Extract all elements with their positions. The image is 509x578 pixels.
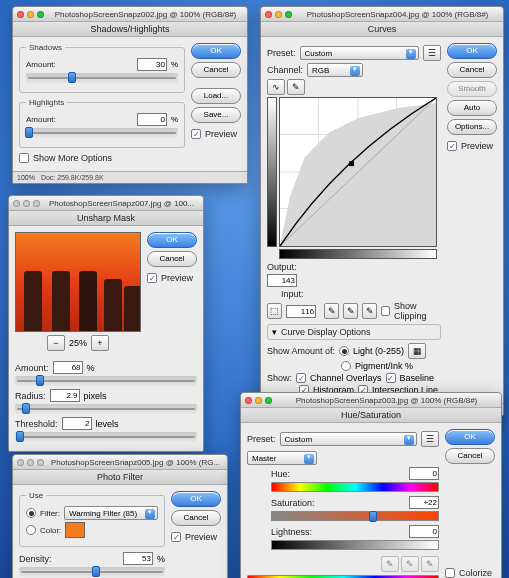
ok-button[interactable]: OK <box>171 491 221 507</box>
threshold-input[interactable] <box>62 417 92 430</box>
output-input[interactable] <box>267 274 297 287</box>
density-input[interactable] <box>123 552 153 565</box>
input-input[interactable] <box>286 305 316 318</box>
show-clipping-checkbox[interactable] <box>381 306 390 316</box>
cancel-button[interactable]: Cancel <box>191 62 241 78</box>
eyedropper-add-icon[interactable]: ✎ <box>401 556 419 572</box>
ok-button[interactable]: OK <box>191 43 241 59</box>
close-icon[interactable] <box>17 11 24 18</box>
close-icon[interactable] <box>17 459 24 466</box>
radius-input[interactable] <box>50 389 80 402</box>
curves-window: PhotoshopScreenSnapz004.jpg @ 100% (RGB/… <box>260 6 504 416</box>
preview-checkbox[interactable]: ✓ <box>171 532 181 542</box>
channel-overlays-checkbox[interactable]: ✓ <box>296 373 306 383</box>
density-slider[interactable] <box>19 567 165 577</box>
saturation-slider[interactable] <box>271 511 439 521</box>
color-radio[interactable] <box>26 525 36 535</box>
preview-checkbox[interactable]: ✓ <box>191 129 201 139</box>
filter-radio[interactable] <box>26 508 36 518</box>
filter-select[interactable]: Warming Filter (85)▾ <box>64 506 158 520</box>
cancel-button[interactable]: Cancel <box>445 448 495 464</box>
preview-image[interactable] <box>15 232 141 332</box>
zoom-out-button[interactable]: − <box>47 335 65 351</box>
cancel-button[interactable]: Cancel <box>147 251 197 267</box>
options-button[interactable]: Options... <box>447 119 497 135</box>
auto-button[interactable]: Auto <box>447 100 497 116</box>
zoom-icon[interactable] <box>37 459 44 466</box>
preset-menu-button[interactable]: ☰ <box>423 45 441 61</box>
titlebar[interactable]: PhotoshopScreenSnapz004.jpg @ 100% (RGB/… <box>261 7 503 22</box>
light-label: Light (0-255) <box>353 346 404 356</box>
preview-checkbox[interactable]: ✓ <box>447 141 457 151</box>
saturation-label: Saturation: <box>271 498 321 508</box>
colorize-checkbox[interactable] <box>445 568 455 578</box>
close-icon[interactable] <box>13 200 20 207</box>
highlights-amount-slider[interactable] <box>26 128 178 138</box>
pigment-radio[interactable] <box>341 361 351 371</box>
highlights-amount-input[interactable] <box>137 113 167 126</box>
radius-slider[interactable] <box>15 404 197 414</box>
cancel-button[interactable]: Cancel <box>171 510 221 526</box>
threshold-slider[interactable] <box>15 432 197 442</box>
minimize-icon[interactable] <box>27 11 34 18</box>
disclosure-icon[interactable]: ▾ <box>272 327 277 337</box>
close-icon[interactable] <box>245 397 252 404</box>
titlebar[interactable]: PhotoshopScreenSnapz002.jpg @ 100% (RGB/… <box>13 7 247 22</box>
ok-button[interactable]: OK <box>445 429 495 445</box>
lightness-input[interactable] <box>409 525 439 538</box>
preset-select[interactable]: Custom▾ <box>280 432 417 446</box>
highlights-group: Highlights Amount: % <box>19 98 185 148</box>
minimize-icon[interactable] <box>27 459 34 466</box>
zoom-in-button[interactable]: + <box>91 335 109 351</box>
grid-size-button[interactable]: ▦ <box>408 343 426 359</box>
close-icon[interactable] <box>265 11 272 18</box>
eyedropper-subtract-icon[interactable]: ✎ <box>421 556 439 572</box>
saturation-input[interactable] <box>409 496 439 509</box>
gray-eyedropper-icon[interactable]: ✎ <box>343 303 358 319</box>
zoom-icon[interactable] <box>265 397 272 404</box>
minimize-icon[interactable] <box>255 397 262 404</box>
curve-tool-button[interactable]: ∿ <box>267 79 285 95</box>
hue-input[interactable] <box>409 467 439 480</box>
load-button[interactable]: Load... <box>191 88 241 104</box>
zoom-level[interactable]: 100% <box>17 174 35 181</box>
save-button[interactable]: Save... <box>191 107 241 123</box>
white-eyedropper-icon[interactable]: ✎ <box>362 303 377 319</box>
lightness-slider[interactable] <box>271 540 439 550</box>
preview-label: Preview <box>205 129 237 139</box>
output-label: Output: <box>267 262 297 272</box>
sampler-button[interactable]: ⬚ <box>267 303 282 319</box>
titlebar[interactable]: PhotoshopScreenSnapz007.jpg @ 100... <box>9 196 203 211</box>
baseline-checkbox[interactable]: ✓ <box>386 373 396 383</box>
eyedropper-icon[interactable]: ✎ <box>381 556 399 572</box>
smooth-button[interactable]: Smooth <box>447 81 497 97</box>
ok-button[interactable]: OK <box>147 232 197 248</box>
shadows-amount-slider[interactable] <box>26 73 178 83</box>
preset-menu-button[interactable]: ☰ <box>421 431 439 447</box>
amount-input[interactable] <box>53 361 83 374</box>
color-swatch[interactable] <box>65 522 85 538</box>
titlebar[interactable]: PhotoshopScreenSnapz003.jpg @ 100% (RGB/… <box>241 393 501 408</box>
show-more-checkbox[interactable] <box>19 153 29 163</box>
zoom-icon[interactable] <box>33 200 40 207</box>
hue-slider[interactable] <box>271 482 439 492</box>
zoom-icon[interactable] <box>285 11 292 18</box>
zoom-icon[interactable] <box>37 11 44 18</box>
channel-select[interactable]: RGB▾ <box>307 63 363 77</box>
edit-select[interactable]: Master▾ <box>247 451 317 465</box>
window-title: PhotoshopScreenSnapz004.jpg @ 100% (RGB/… <box>296 10 499 19</box>
light-radio[interactable] <box>339 346 349 356</box>
channel-label: Channel: <box>267 65 303 75</box>
preview-checkbox[interactable]: ✓ <box>147 273 157 283</box>
ok-button[interactable]: OK <box>447 43 497 59</box>
minimize-icon[interactable] <box>23 200 30 207</box>
cancel-button[interactable]: Cancel <box>447 62 497 78</box>
amount-slider[interactable] <box>15 376 197 386</box>
black-eyedropper-icon[interactable]: ✎ <box>324 303 339 319</box>
preset-select[interactable]: Custom▾ <box>300 46 419 60</box>
pencil-tool-button[interactable]: ✎ <box>287 79 305 95</box>
curves-graph[interactable] <box>279 97 437 247</box>
titlebar[interactable]: PhotoshopScreenSnapz005.jpg @ 100% (RG..… <box>13 455 227 470</box>
minimize-icon[interactable] <box>275 11 282 18</box>
shadows-amount-input[interactable] <box>137 58 167 71</box>
